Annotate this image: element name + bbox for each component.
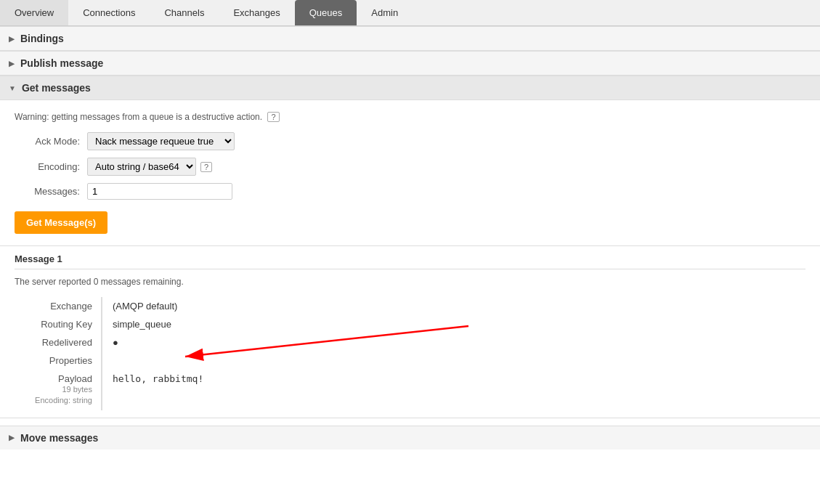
tab-channels[interactable]: Channels [150,0,219,25]
ack-mode-row: Ack Mode: Nack message requeue true Nack… [15,132,805,150]
move-collapse-arrow: ▶ [9,434,15,442]
table-row: Properties [15,351,805,370]
encoding-row: Encoding: Auto string / base64 base64 ? [15,158,805,176]
properties-value [102,351,805,370]
message-detail-table: Exchange (AMQP default) Routing Key simp… [15,297,805,410]
table-row: Redelivered ● [15,333,805,351]
redelivered-label: Redelivered [15,333,102,351]
encoding-label: Encoding: [15,161,80,172]
payload-label: Payload 19 bytes Encoding: string [15,370,102,410]
bindings-section-label: Bindings [20,33,64,44]
messages-input[interactable] [87,183,232,200]
table-row: Payload 19 bytes Encoding: string hello,… [15,370,805,410]
bindings-collapse-arrow: ▶ [9,35,15,43]
warning-text: Warning: getting messages from a queue i… [15,112,805,122]
publish-collapse-arrow: ▶ [9,60,15,68]
ack-mode-label: Ack Mode: [15,136,80,147]
payload-encoding: Encoding: string [20,395,92,406]
tab-overview[interactable]: Overview [0,0,68,25]
routing-key-value: simple_queue [102,315,805,333]
routing-key-label: Routing Key [15,315,102,333]
tab-admin[interactable]: Admin [357,0,413,25]
tab-queues[interactable]: Queues [295,0,357,25]
payload-value: hello, rabbitmq! [102,370,805,410]
table-row: Routing Key simple_queue [15,315,805,333]
properties-label: Properties [15,351,102,370]
remaining-text: The server reported 0 messages remaining… [15,277,805,287]
bindings-section-header[interactable]: ▶ Bindings [0,26,820,51]
encoding-help-icon[interactable]: ? [200,162,212,172]
get-messages-collapse-arrow: ▼ [9,84,16,92]
ack-mode-select[interactable]: Nack message requeue true Nack message r… [87,132,235,150]
messages-row: Messages: [15,183,805,200]
tab-exchanges[interactable]: Exchanges [219,0,294,25]
exchange-value: (AMQP default) [102,297,805,315]
publish-message-section-header[interactable]: ▶ Publish message [0,51,820,76]
messages-label: Messages: [15,186,80,197]
get-messages-section-header[interactable]: ▼ Get messages [0,76,820,100]
nav-bar: Overview Connections Channels Exchanges … [0,0,820,26]
get-messages-body: Warning: getting messages from a queue i… [0,100,820,246]
message-number: Message 1 [15,253,805,269]
redelivered-value: ● [102,333,805,351]
warning-help-icon[interactable]: ? [267,112,279,122]
encoding-select[interactable]: Auto string / base64 base64 [87,158,196,176]
publish-section-label: Publish message [20,57,103,69]
get-messages-button[interactable]: Get Message(s) [15,211,107,234]
move-section-label: Move messages [20,432,98,444]
payload-bytes: 19 bytes [20,384,92,395]
move-messages-section-header[interactable]: ▶ Move messages [0,426,820,450]
exchange-label: Exchange [15,297,102,315]
tab-connections[interactable]: Connections [68,0,150,25]
get-messages-section-label: Get messages [22,82,91,94]
message-result: Message 1 The server reported 0 messages… [0,246,820,418]
table-row: Exchange (AMQP default) [15,297,805,315]
